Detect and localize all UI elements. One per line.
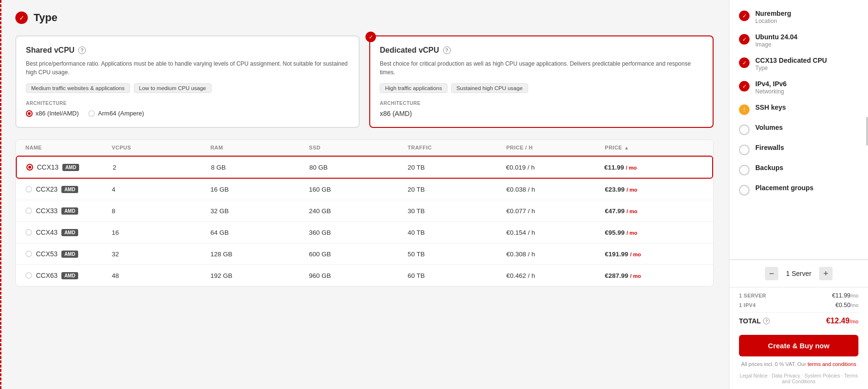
sidebar-step-backups[interactable]: Backups: [739, 164, 858, 175]
row-ccx33-radio[interactable]: [25, 207, 32, 214]
row-ccx43-ram: 64 GB: [211, 229, 309, 236]
row-ccx13-badge: AMD: [62, 164, 79, 171]
step-volumes-info: Volumes: [755, 124, 783, 131]
dedicated-arch-options: x86 (AMD): [380, 110, 703, 117]
step-nuremberg-sub: Location: [755, 18, 791, 24]
row-ccx43-vcpus: 16: [112, 229, 211, 236]
step-placement-icon: [739, 185, 750, 195]
shared-arch-options: x86 (Intel/AMD) Arm64 (Ampere): [26, 110, 349, 117]
arch-x86-radio[interactable]: [26, 110, 33, 117]
dedicated-tag-2: Sustained high CPU usage: [451, 83, 528, 93]
dedicated-tag-row: High traffic applications Sustained high…: [380, 83, 703, 93]
row-ccx53-price: €191.99 / mo: [605, 251, 704, 258]
terms-link[interactable]: terms and conditions: [808, 361, 856, 367]
dedicated-card-check-icon: ✓: [365, 32, 376, 42]
row-ccx53-id: CCX53: [36, 250, 58, 258]
sidebar-step-firewalls[interactable]: Firewalls: [739, 144, 858, 155]
table-row-ccx53[interactable]: CCX53 AMD 32 128 GB 600 GB 50 TB €0.308 …: [16, 243, 713, 265]
step-nuremberg-info: Nuremberg Location: [755, 10, 791, 24]
dedicated-vcpu-card[interactable]: ✓ Dedicated vCPU ? Best choice for criti…: [369, 35, 714, 128]
server-count-plus-button[interactable]: +: [819, 267, 833, 280]
footer-legal-notice[interactable]: Legal Notice: [739, 373, 767, 378]
sidebar-step-ipv4[interactable]: ✓ IPv4, IPv6 Networking: [739, 80, 858, 95]
row-ccx33-vcpus: 8: [112, 207, 211, 215]
table-row-ccx63[interactable]: CCX63 AMD 48 192 GB 960 GB 60 TB €0.462 …: [16, 265, 713, 286]
pricing-ipv4-label: 1 IPV4: [739, 302, 756, 308]
row-ccx63-id: CCX63: [36, 272, 58, 279]
row-ccx53-radio[interactable]: [25, 251, 32, 257]
step-ubuntu-info: Ubuntu 24.04 Image: [755, 33, 798, 48]
row-ccx43-radio[interactable]: [25, 229, 32, 236]
vat-note: All prices incl. 0 % VAT. Our terms and …: [729, 361, 868, 370]
footer-data-privacy[interactable]: Data Privacy: [772, 373, 800, 378]
col-header-price-h: PRICE / H: [506, 145, 605, 150]
type-cards-container: Shared vCPU ? Best price/performance rat…: [15, 35, 714, 128]
sort-arrow-icon: ▲: [624, 145, 629, 150]
table-row-ccx23[interactable]: CCX23 AMD 4 16 GB 160 GB 20 TB €0.038 / …: [16, 179, 713, 200]
row-ccx53-price-per-mo: / mo: [630, 252, 641, 257]
table-row-ccx33[interactable]: CCX33 AMD 8 32 GB 240 GB 30 TB €0.077 / …: [16, 200, 713, 222]
row-ccx13-radio[interactable]: [26, 164, 33, 171]
col-header-price[interactable]: PRICE ▲: [605, 145, 704, 150]
pricing-section: 1 SERVER €11.99/mo 1 IPV4 €0.50/mo TOTAL…: [729, 287, 868, 330]
row-ccx63-name-cell: CCX63 AMD: [25, 272, 112, 279]
sidebar-step-placement[interactable]: Placement groups: [739, 184, 858, 195]
row-ccx33-id: CCX33: [36, 207, 58, 215]
row-ccx23-radio[interactable]: [25, 186, 32, 193]
total-label: TOTAL ?: [739, 317, 770, 325]
arch-x86-option[interactable]: x86 (Intel/AMD): [26, 110, 79, 117]
step-ubuntu-icon: ✓: [739, 34, 750, 45]
row-ccx13-vcpus: 2: [113, 164, 211, 171]
step-ubuntu-sub: Image: [755, 41, 798, 48]
row-ccx23-id: CCX23: [36, 185, 58, 193]
shared-card-title-row: Shared vCPU ?: [26, 46, 349, 55]
server-count-label: 1 Server: [786, 270, 811, 277]
dedicated-info-icon[interactable]: ?: [443, 46, 451, 54]
row-ccx43-price-per-mo: / mo: [626, 230, 637, 236]
row-ccx13-ram: 8 GB: [211, 164, 309, 171]
row-ccx33-badge: AMD: [61, 207, 78, 215]
dedicated-card-title: Dedicated vCPU: [380, 46, 439, 55]
sidebar-step-ssh[interactable]: ! SSH keys: [739, 103, 858, 115]
step-ubuntu-name: Ubuntu 24.04: [755, 33, 798, 41]
scrollbar[interactable]: [866, 117, 868, 146]
step-backups-name: Backups: [755, 164, 783, 172]
step-placement-name: Placement groups: [755, 184, 813, 192]
row-ccx63-price-per-mo: / mo: [630, 273, 641, 279]
row-ccx63-badge: AMD: [61, 272, 78, 279]
server-table: NAME VCPUS RAM SSD TRAFFIC PRICE / H PRI…: [15, 139, 714, 286]
row-ccx53-ssd: 600 GB: [309, 251, 408, 258]
row-ccx23-vcpus: 4: [112, 186, 211, 193]
arch-arm64-option[interactable]: Arm64 (Ampere): [88, 110, 144, 117]
pricing-row-server: 1 SERVER €11.99/mo: [739, 292, 858, 299]
row-ccx63-ssd: 960 GB: [309, 272, 408, 279]
table-row-ccx43[interactable]: CCX43 AMD 16 64 GB 360 GB 40 TB €0.154 /…: [16, 222, 713, 243]
row-ccx13-traffic: 20 TB: [408, 164, 506, 171]
main-content: ✓ Type Shared vCPU ? Best price/performa…: [0, 0, 729, 389]
row-ccx13-id: CCX13: [37, 163, 59, 171]
sidebar-step-nuremberg[interactable]: ✓ Nuremberg Location: [739, 10, 858, 24]
table-row-ccx13[interactable]: CCX13 AMD 2 8 GB 80 GB 20 TB €0.019 / h …: [16, 156, 713, 179]
row-ccx53-vcpus: 32: [112, 251, 211, 258]
create-buy-button[interactable]: Create & Buy now: [739, 335, 858, 356]
sidebar-step-volumes[interactable]: Volumes: [739, 124, 858, 135]
total-info-icon[interactable]: ?: [763, 318, 770, 324]
server-count-minus-button[interactable]: −: [765, 267, 778, 280]
shared-tag-2: Low to medium CPU usage: [134, 83, 211, 93]
row-ccx23-name-cell: CCX23 AMD: [25, 185, 112, 193]
sidebar-step-ubuntu[interactable]: ✓ Ubuntu 24.04 Image: [739, 33, 858, 48]
dedicated-card-desc: Best choice for critical production as w…: [380, 59, 703, 77]
row-ccx53-badge: AMD: [61, 251, 78, 258]
row-ccx53-ram: 128 GB: [211, 251, 309, 258]
dedicated-arch-label: ARCHITECTURE: [380, 101, 703, 106]
shared-vcpu-card[interactable]: Shared vCPU ? Best price/performance rat…: [15, 35, 360, 128]
footer-system-policies[interactable]: System Policies: [805, 373, 840, 378]
row-ccx53-name-cell: CCX53 AMD: [25, 250, 112, 258]
shared-info-icon[interactable]: ?: [78, 46, 86, 54]
step-backups-icon: [739, 165, 750, 175]
arch-arm64-radio[interactable]: [88, 110, 95, 117]
row-ccx63-radio[interactable]: [25, 272, 32, 279]
col-header-name: NAME: [25, 145, 112, 150]
row-ccx13-price: €11.99 / mo: [604, 164, 703, 171]
sidebar-step-ccx13[interactable]: ✓ CCX13 Dedicated CPU Type: [739, 57, 858, 71]
